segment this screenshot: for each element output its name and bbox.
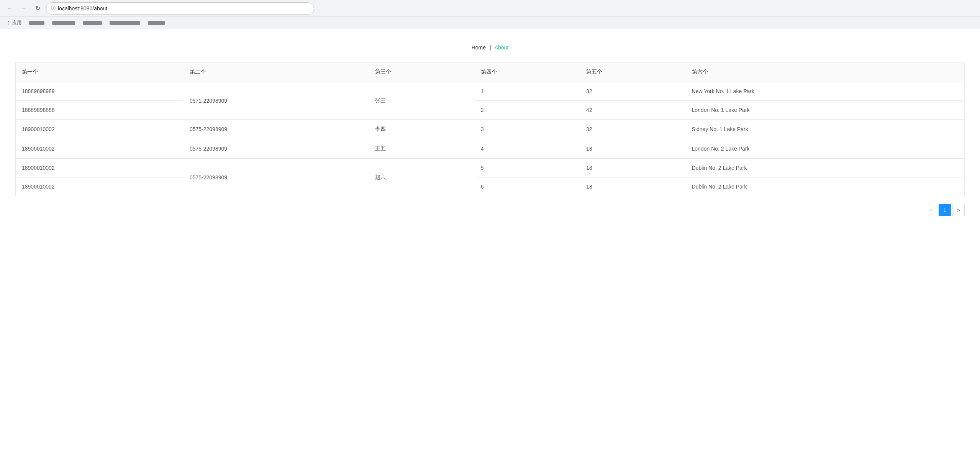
bookmark-5[interactable]: [145, 18, 168, 28]
bookmark-2[interactable]: [49, 18, 78, 28]
table-row: 18889898989 0571-22098909 张三 1 32 New Yo…: [16, 82, 964, 101]
pagination: < 1 >: [15, 196, 965, 224]
cell-4-1: 18900010002: [16, 139, 184, 159]
cell-4-5: 18: [580, 139, 685, 159]
col-header-2: 第二个: [184, 62, 369, 82]
forward-button[interactable]: →: [18, 3, 29, 14]
cell-3-3: 李四: [369, 120, 474, 139]
cell-6-5: 18: [580, 177, 685, 196]
cell-3-1: 18900010002: [16, 120, 184, 139]
cell-1-6: New York No. 1 Lake Park: [686, 82, 964, 101]
cell-2-4: 2: [475, 101, 580, 120]
browser-chrome: ← → ↻ ⓘ localhost:8080/about: [0, 0, 980, 17]
col-header-5: 第五个: [580, 62, 685, 82]
col-header-6: 第六个: [686, 62, 964, 82]
col-header-3: 第三个: [369, 62, 474, 82]
cell-5-6: Dublin No. 2 Lake Park: [686, 159, 964, 177]
cell-4-4: 4: [475, 139, 580, 159]
cell-1-2: 0571-22098909: [184, 82, 369, 120]
data-table: 第一个 第二个 第三个 第四个 第五个 第六个 18889898989 0571…: [15, 62, 965, 196]
bookmark-3[interactable]: [80, 18, 105, 28]
cell-4-6: London No. 2 Lake Park: [686, 139, 964, 159]
header-row: 第一个 第二个 第三个 第四个 第五个 第六个: [16, 62, 964, 82]
reload-button[interactable]: ↻: [32, 3, 43, 14]
cell-3-5: 32: [580, 120, 685, 139]
cell-1-3: 张三: [369, 82, 474, 120]
table-row: 18900010002 0575-22098909 赵六 5 18 Dublin…: [16, 159, 964, 177]
cell-4-3: 王五: [369, 139, 474, 159]
bookmark-1[interactable]: [26, 18, 48, 28]
col-header-1: 第一个: [16, 62, 184, 82]
table-row: 18889898888 2 42 London No. 1 Lake Park: [16, 101, 964, 120]
table-row: 18900010002 0575-22098909 王五 4 18 London…: [16, 139, 964, 159]
nav-links: Home | About: [15, 37, 965, 62]
next-page-button[interactable]: >: [952, 204, 965, 216]
cell-1-1: 18889898989: [16, 82, 184, 101]
about-link[interactable]: About: [495, 44, 509, 51]
nav-separator: |: [490, 44, 491, 51]
apps-label: 应用: [12, 20, 21, 26]
cell-6-6: Dublin No. 2 Lake Park: [686, 177, 964, 196]
cell-3-2: 0575-22098909: [184, 120, 369, 139]
table-body: 18889898989 0571-22098909 张三 1 32 New Yo…: [16, 82, 964, 196]
cell-5-3: 赵六: [369, 159, 474, 196]
cell-4-2: 0575-22098909: [184, 139, 369, 159]
page-1-button[interactable]: 1: [939, 204, 951, 216]
back-button[interactable]: ←: [5, 3, 15, 14]
page-content: Home | About 第一个 第二个 第三个 第四个 第五个 第六个 188…: [0, 29, 980, 231]
url-text: localhost:8080/about: [58, 5, 309, 11]
address-bar[interactable]: ⓘ localhost:8080/about: [46, 2, 314, 15]
cell-3-4: 3: [475, 120, 580, 139]
cell-1-5: 32: [580, 82, 685, 101]
cell-6-4: 6: [475, 177, 580, 196]
cell-5-4: 5: [475, 159, 580, 177]
table-row: 18900010002 0575-22098909 李四 3 32 Sidney…: [16, 120, 964, 139]
prev-page-button[interactable]: <: [925, 204, 937, 216]
cell-3-6: Sidney No. 1 Lake Park: [686, 120, 964, 139]
cell-2-6: London No. 1 Lake Park: [686, 101, 964, 120]
bookmark-4[interactable]: [107, 18, 143, 28]
cell-1-4: 1: [475, 82, 580, 101]
home-link[interactable]: Home: [472, 44, 486, 51]
cell-5-1: 18900010002: [16, 159, 184, 177]
bookmarks-bar: ⋮ 应用: [0, 17, 980, 29]
table: 第一个 第二个 第三个 第四个 第五个 第六个 18889898989 0571…: [16, 62, 964, 196]
cell-5-5: 18: [580, 159, 685, 177]
cell-5-2: 0575-22098909: [184, 159, 369, 196]
apps-icon: ⋮: [6, 20, 11, 26]
cell-2-1: 18889898888: [16, 101, 184, 120]
cell-2-5: 42: [580, 101, 685, 120]
col-header-4: 第四个: [475, 62, 580, 82]
cell-6-1: 18900010002: [16, 177, 184, 196]
apps-button[interactable]: ⋮ 应用: [3, 18, 25, 28]
table-row: 18900010002 6 18 Dublin No. 2 Lake Park: [16, 177, 964, 196]
table-header: 第一个 第二个 第三个 第四个 第五个 第六个: [16, 62, 964, 82]
lock-icon: ⓘ: [51, 5, 56, 11]
